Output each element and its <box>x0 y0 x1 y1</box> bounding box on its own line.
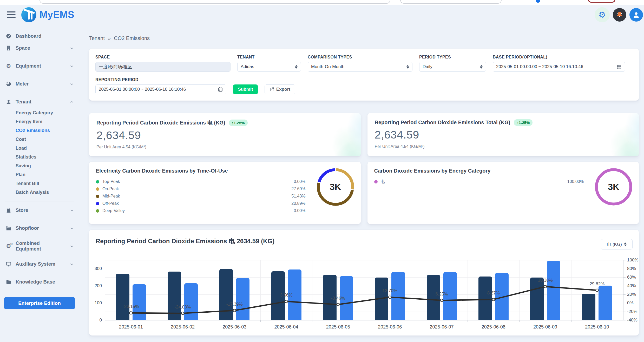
legend-item-top-peak[interactable]: Top-Peak0.00% <box>96 178 306 185</box>
enterprise-edition-button[interactable]: Enterprise Edition <box>4 297 75 309</box>
export-button[interactable]: Export <box>265 84 295 94</box>
right-axis-tick: 60% <box>627 275 636 280</box>
donut-legend: Top-Peak0.00%On-Peak27.69%Mid-Peak51.43%… <box>96 178 306 214</box>
legend-item-电[interactable]: 电100.00% <box>374 178 584 185</box>
donut-center-label: 3K <box>316 167 355 206</box>
chevron-down-icon <box>70 226 74 230</box>
tenant-select[interactable]: Adidas <box>237 62 301 72</box>
legend-percent: 0.00% <box>294 208 305 213</box>
browser-address-bar <box>40 0 390 4</box>
x-axis-date-label: 2025-06-08 <box>473 324 514 330</box>
sidebar-subitem-batch-analysis[interactable]: Batch Analysis <box>4 188 75 197</box>
change-percent-label: 38.38% <box>531 278 560 283</box>
x-axis-date-label: 2025-06-06 <box>369 324 411 330</box>
sidebar-item-label: Combined Equipment <box>16 240 66 252</box>
sidebar-subitem-energy-item[interactable]: Energy Item <box>4 117 75 126</box>
unit-select[interactable]: 电 (KG) <box>601 239 633 249</box>
right-axis-tick: -40% <box>627 318 638 323</box>
legend-percent: 51.43% <box>291 194 305 199</box>
pie-icon <box>5 81 12 87</box>
legend-label: 电 <box>381 179 385 185</box>
sidebar-divider <box>5 237 74 237</box>
sidebar-item-tenant[interactable]: Tenant <box>4 96 75 108</box>
change-percent-label: 8.27% <box>479 291 508 296</box>
time-of-use-donut-card: Electricity Carbon Dioxide Emissions by … <box>89 162 361 224</box>
settings-gear-icon[interactable]: ⚙ <box>595 7 610 22</box>
right-axis-tick: 100% <box>627 258 638 263</box>
sidebar-item-auxiliary-system[interactable]: Auxiliary System <box>4 258 75 270</box>
sidebar-item-space[interactable]: Space <box>4 42 75 54</box>
legend-item-mid-peak[interactable]: Mid-Peak51.43% <box>96 193 306 200</box>
donut-card-title: Carbon Dioxide Emissions by Energy Categ… <box>374 168 632 174</box>
tenant-field: TENANT Adidas <box>237 55 301 72</box>
chevron-down-icon <box>70 244 74 248</box>
legend-dot-icon <box>96 180 99 183</box>
sidebar-item-equipment[interactable]: ⚙Equipment <box>4 60 75 72</box>
sidebar-subitem-tenant-bill[interactable]: Tenant Bill <box>4 179 75 188</box>
sidebar-item-label: Space <box>16 45 30 51</box>
notifications-bell-icon[interactable] <box>613 8 626 22</box>
sidebar-item-store[interactable]: Store <box>4 204 75 216</box>
myems-logo-icon <box>21 7 36 22</box>
sidebar-item-knowledge-base[interactable]: Knowledge Base <box>4 276 75 288</box>
hamburger-menu-icon[interactable] <box>7 11 16 18</box>
breadcrumb: Tenant » CO2 Emissions <box>89 35 639 41</box>
x-axis-date-label: 2025-06-04 <box>266 324 307 330</box>
chevron-down-icon <box>70 64 74 68</box>
myems-app: MyEMS ⚙ DashboardSpace⚙EquipmentMeterTen… <box>0 0 644 342</box>
brand-name: MyEMS <box>40 9 74 20</box>
sidebar-item-label: Store <box>16 207 28 213</box>
sidebar-subitem-statistics[interactable]: Statistics <box>4 153 75 161</box>
select-caret-icon <box>406 65 409 69</box>
sidebar-item-label: Tenant <box>16 99 31 105</box>
select-caret-icon <box>295 65 298 69</box>
sidebar-item-combined-equipment[interactable]: ⚙⚙Combined Equipment <box>4 240 75 252</box>
base-period-input[interactable]: 2025-05-01 00:00:00 ~ 2025-05-10 16:10:4… <box>493 62 625 72</box>
sidebar-subitem-energy-category[interactable]: Energy Category <box>4 108 75 117</box>
sidebar-item-meter[interactable]: Meter <box>4 78 75 90</box>
stat-subtext: Per Unit Area 4.54 (KG/M²) <box>375 144 632 149</box>
bar-chart-card: Reporting Period Carbon Dioxide Emission… <box>89 230 639 336</box>
sidebar-divider <box>5 219 74 219</box>
sidebar-subitem-cost[interactable]: Cost <box>4 135 75 144</box>
donut-legend: 电100.00% <box>374 178 584 185</box>
breadcrumb-parent[interactable]: Tenant <box>89 35 105 41</box>
left-axis-tick: 0 <box>89 318 102 323</box>
space-input[interactable]: 一度城/商场/租区 <box>95 62 231 72</box>
legend-item-deep-valley[interactable]: Deep-Valley0.00% <box>96 207 306 214</box>
bag-icon <box>5 207 12 213</box>
chevron-down-icon <box>70 82 74 86</box>
calendar-icon <box>616 64 622 69</box>
reporting-period-input[interactable]: 2025-06-01 00:00:00 ~ 2025-06-10 16:10:4… <box>95 84 226 94</box>
brand-logo[interactable]: MyEMS <box>21 7 74 22</box>
sidebar-item-dashboard[interactable]: Dashboard <box>4 30 75 42</box>
change-line <box>105 260 623 320</box>
sidebar-divider <box>5 201 74 201</box>
legend-percent: 27.69% <box>291 187 305 191</box>
user-avatar[interactable] <box>629 8 643 22</box>
sidebar-subitem-saving[interactable]: Saving <box>4 161 75 170</box>
x-axis-date-label: 2025-06-03 <box>214 324 255 330</box>
stat-card-electricity: Reporting Period Carbon Dioxide Emission… <box>89 113 361 156</box>
select-caret-icon <box>624 242 627 246</box>
period-types-select[interactable]: Daily <box>419 62 486 72</box>
sidebar-subitem-co2-emissions[interactable]: CO2 Emissions <box>4 126 75 135</box>
sidebar-subitem-plan[interactable]: Plan <box>4 170 75 179</box>
base-period-field: BASE PERIOD(OPTIONAL) 2025-05-01 00:00:0… <box>493 55 625 72</box>
filter-panel: SPACE 一度城/商场/租区 TENANT Adidas COMPARISON… <box>89 49 639 101</box>
sidebar-subitem-load[interactable]: Load <box>4 144 75 153</box>
right-axis-tick: -20% <box>627 309 638 314</box>
legend-dot-icon <box>96 209 99 213</box>
comparison-types-select[interactable]: Month-On-Month <box>308 62 412 72</box>
submit-button[interactable]: Submit <box>233 84 258 94</box>
chevron-down-icon <box>70 262 74 266</box>
legend-label: Deep-Valley <box>102 208 125 213</box>
legend-dot-icon <box>374 180 378 183</box>
sidebar-item-shopfloor[interactable]: Shopfloor <box>4 222 75 234</box>
sidebar-divider <box>5 57 74 57</box>
browser-blue-icon <box>536 0 540 3</box>
legend-item-on-peak[interactable]: On-Peak27.69% <box>96 185 306 193</box>
gears-icon: ⚙⚙ <box>5 244 12 249</box>
legend-item-off-peak[interactable]: Off-Peak20.89% <box>96 200 306 207</box>
legend-label: Off-Peak <box>102 201 119 206</box>
